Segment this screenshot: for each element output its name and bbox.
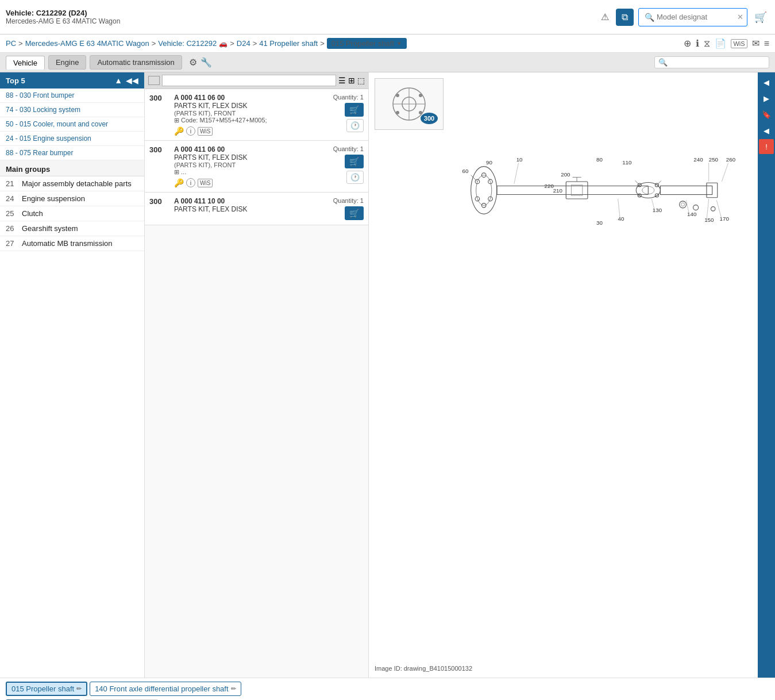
top5-item-2[interactable]: 74 - 030 Locking system: [0, 103, 144, 117]
clear-search-icon[interactable]: ✕: [737, 13, 743, 21]
part-num-1: 300: [149, 94, 169, 136]
wis-icon-1[interactable]: WiS: [198, 127, 213, 136]
main-group-26[interactable]: 26 Gearshift system: [0, 221, 144, 236]
top5-collapse2-btn[interactable]: ◀◀: [126, 76, 138, 85]
tab-auto-transmission[interactable]: Automatic transmission: [90, 55, 182, 70]
svg-line-34: [657, 180, 661, 185]
svg-text:250: 250: [709, 156, 719, 163]
svg-point-7: [419, 111, 422, 114]
right-sidebar-arrow-right[interactable]: ▶: [759, 91, 774, 106]
wis-icon-2[interactable]: WiS: [198, 179, 213, 187]
cart-btn[interactable]: 🛒: [752, 9, 769, 26]
part-name-1: PARTS KIT, FLEX DISK: [174, 102, 329, 110]
filter-icon[interactable]: ⧖: [704, 39, 710, 49]
add-to-cart-2[interactable]: 🛒: [345, 155, 364, 168]
info-circle-2[interactable]: i: [186, 178, 195, 187]
vehicle-link-icon[interactable]: 🚗: [219, 40, 228, 48]
list-view-icon[interactable]: ☰: [338, 76, 346, 85]
part-name-2: PARTS KIT, FLEX DISK: [174, 153, 329, 161]
part-entry-3: 300 A 000 411 10 00 PARTS KIT, FLEX DISK…: [145, 193, 368, 225]
right-sidebar-arrow-left[interactable]: ◀: [759, 75, 774, 90]
toolbar-search-icon: 🔍: [658, 58, 668, 67]
bottom-tab-front-axle[interactable]: 140 Front axle differential propeller sh…: [90, 682, 241, 696]
svg-text:30: 30: [596, 220, 603, 226]
grid-view-icon[interactable]: ⊞: [348, 76, 355, 85]
bottom-tab-propeller[interactable]: 015 Propeller shaft ✏: [6, 682, 87, 696]
top5-item-4[interactable]: 24 - 015 Engine suspension: [0, 132, 144, 146]
info-circle-1[interactable]: i: [186, 126, 195, 136]
parts-checkbox[interactable]: [148, 76, 160, 85]
add-to-cart-3[interactable]: 🛒: [345, 206, 364, 220]
menu-icon[interactable]: ≡: [764, 39, 769, 49]
main-group-24[interactable]: 24 Engine suspension: [0, 191, 144, 206]
alert-icon-btn[interactable]: ⚠: [599, 9, 611, 25]
qty-label-3: Quantity: 1: [333, 197, 364, 204]
bottom-tab-propeller-label: 015 Propeller shaft: [11, 684, 74, 693]
svg-text:10: 10: [516, 156, 523, 163]
part-actions-3: Quantity: 1 🛒: [333, 197, 364, 220]
main-groups-header: Main groups: [0, 160, 144, 176]
zoom-in-icon[interactable]: ⊕: [684, 38, 691, 49]
right-sidebar-alert[interactable]: !: [759, 139, 774, 154]
svg-point-59: [681, 203, 685, 206]
breadcrumb-propeller[interactable]: 41 Propeller shaft: [259, 39, 318, 48]
top5-item-1[interactable]: 88 - 030 Front bumper: [0, 89, 144, 103]
tab-vehicle[interactable]: Vehicle: [6, 56, 45, 70]
svg-text:80: 80: [596, 156, 603, 163]
right-sidebar-bookmark[interactable]: 🔖: [759, 107, 774, 122]
main-group-27[interactable]: 27 Automatic MB transmission: [0, 236, 144, 251]
svg-text:110: 110: [622, 159, 632, 166]
main-group-25[interactable]: 25 Clutch: [0, 206, 144, 221]
svg-line-51: [722, 163, 728, 182]
bottom-tab-edit-2[interactable]: ✏: [231, 685, 236, 693]
mail-icon[interactable]: ✉: [752, 38, 759, 49]
doc-icon[interactable]: 📄: [715, 38, 726, 49]
part-detail-2: ⊞ ...: [174, 168, 329, 176]
svg-text:40: 40: [618, 216, 624, 222]
part-actions-1: Quantity: 1 🛒 🕐: [333, 94, 364, 136]
settings-icon[interactable]: ⚙: [189, 57, 197, 68]
svg-point-4: [396, 94, 399, 97]
wis-icon[interactable]: WiS: [731, 39, 747, 48]
top5-header: Top 5 ▲ ◀◀: [0, 72, 144, 89]
expand-icon[interactable]: ⬚: [357, 76, 365, 85]
breadcrumb-current[interactable]: 015 Propeller shaft ▼: [327, 38, 407, 49]
part-sub-1: (PARTS KIT), FRONT: [174, 110, 329, 117]
tool-icon[interactable]: 🔧: [201, 57, 212, 68]
copy-icon-btn[interactable]: ⧉: [616, 9, 634, 26]
breadcrumb-vehicle[interactable]: Vehicle: C212292: [158, 39, 217, 48]
top5-collapse-btn[interactable]: ▲: [114, 76, 122, 85]
parts-search-input[interactable]: [162, 75, 336, 86]
top5-title: Top 5: [6, 76, 25, 85]
svg-line-52: [514, 163, 519, 184]
top5-item-3[interactable]: 50 - 015 Cooler, mount and cover: [0, 117, 144, 132]
main-group-21[interactable]: 21 Major assembly detachable parts: [0, 176, 144, 191]
part-info-3: A 000 411 10 00 PARTS KIT, FLEX DISK: [174, 197, 329, 220]
key-icon-1[interactable]: 🔑: [174, 126, 184, 136]
vehicle-title: Vehicle: C212292 (D24): [6, 9, 120, 17]
parts-list: ☰ ⊞ ⬚ 300 A 000 411 06 00 PARTS KIT, FLE…: [145, 72, 369, 678]
toolbar-search-input[interactable]: [668, 59, 765, 67]
key-icon-2[interactable]: 🔑: [174, 178, 184, 187]
search-icon: 🔍: [642, 10, 657, 24]
breadcrumb-dropdown-arrow: ▼: [396, 40, 402, 47]
tab-engine[interactable]: Engine: [48, 55, 86, 70]
bottom-tab-edit-1[interactable]: ✏: [76, 685, 82, 693]
breadcrumb-pc[interactable]: PC: [6, 39, 16, 48]
image-id: Image ID: drawing_B41015000132: [375, 665, 752, 672]
watch-btn-1[interactable]: 🕐: [346, 119, 364, 132]
toolbar: Vehicle Engine Automatic transmission ⚙ …: [0, 53, 775, 72]
svg-text:90: 90: [486, 159, 492, 166]
info-icon[interactable]: ℹ: [696, 38, 699, 49]
model-search-input[interactable]: [657, 13, 737, 21]
right-sidebar: ◀ ▶ 🔖 ◀ !: [758, 72, 775, 678]
part-sub-2: (PARTS KIT), FRONT: [174, 161, 329, 168]
right-sidebar-back[interactable]: ◀: [759, 123, 774, 138]
top5-item-5[interactable]: 88 - 075 Rear bumper: [0, 146, 144, 160]
breadcrumb-model[interactable]: Mercedes-AMG E 63 4MATIC Wagon: [25, 39, 149, 48]
svg-text:260: 260: [726, 156, 736, 163]
add-to-cart-1[interactable]: 🛒: [345, 103, 364, 117]
breadcrumb-d24[interactable]: D24: [237, 39, 250, 48]
watch-btn-2[interactable]: 🕐: [346, 171, 364, 184]
svg-rect-21: [571, 185, 583, 195]
